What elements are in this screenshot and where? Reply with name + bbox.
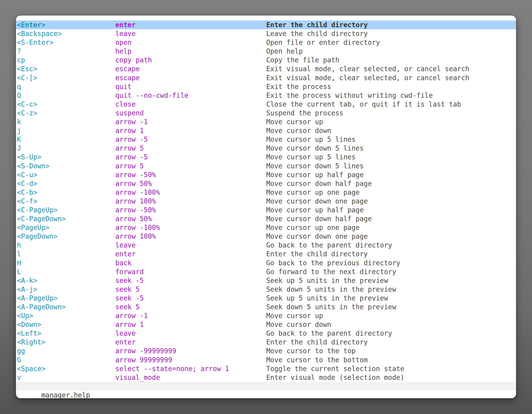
keybind-command: leave [115,329,135,338]
keybind-row[interactable]: cpcopy pathCopy the file path [16,56,516,64]
keybind-row[interactable]: karrow -1Move cursor up [16,117,516,126]
keybind-key: <PageDown> [17,232,58,241]
keybind-row[interactable]: <A-j>seek 5Seek down 5 units in the prev… [16,285,516,294]
keybind-description: Move cursor up [266,311,323,320]
keybind-row[interactable]: <S-Enter>openOpen file or enter director… [16,38,516,47]
keybind-row[interactable]: <PageUp>arrow -100%Move cursor up one pa… [16,223,516,232]
keybind-row[interactable]: hleaveGo back to the parent directory [16,241,516,250]
keybind-key: <Esc> [17,64,37,73]
keybind-key: k [17,117,21,126]
keybind-key: l [17,250,21,258]
keybind-key: <Backspace> [17,29,62,38]
keybind-description: Enter the child directory [266,338,368,347]
keybind-row[interactable]: Garrow 99999999Move cursor to the bottom [16,356,516,364]
keybind-command: arrow 50% [115,179,152,188]
keybind-row[interactable]: <C-z>suspendSuspend the process [16,109,516,117]
keybind-description: Seek down 5 units in the preview [266,285,396,294]
keybind-row[interactable]: <C-PageDown>arrow 50%Move cursor down ha… [16,214,516,223]
keybind-description: Go back to the parent directory [266,329,392,338]
keybind-row[interactable]: lenterEnter the child directory [16,250,516,258]
keybind-key: K [17,135,21,144]
keybind-command: back [115,259,132,267]
keybind-row[interactable]: <Up>arrow -1Move cursor up [16,311,516,320]
keybind-key: <PageUp> [17,223,49,232]
keybind-description: Exit the process [266,82,331,91]
keybind-description: Leave the child directory [266,29,368,38]
keybind-row[interactable]: HbackGo back to the previous directory [16,259,516,267]
keybind-row[interactable]: <Backspace>leaveLeave the child director… [16,29,516,38]
keybind-row[interactable]: <C-b>arrow -100%Move cursor up one page [16,188,516,197]
keybind-row[interactable]: <A-k>seek -5Seek up 5 units in the previ… [16,276,516,285]
keybind-key: <A-j> [17,285,37,294]
keybind-key: <A-PageUp> [17,294,58,303]
keybind-row[interactable]: ggarrow -99999999Move cursor to the top [16,347,516,355]
keybind-row[interactable]: LforwardGo forward to the next directory [16,267,516,276]
keybind-row[interactable]: <Enter>enterEnter the child directory [16,20,516,29]
keybind-key: L [17,267,21,276]
keybind-command: seek -5 [115,294,144,303]
keybind-row[interactable]: jarrow 1Move cursor down [16,126,516,135]
keybind-key: h [17,241,21,250]
status-bar: manager.help [16,382,516,391]
keybind-command: seek 5 [115,285,140,294]
keybind-row[interactable]: <C-PageUp>arrow -50%Move cursor up half … [16,206,516,214]
keybind-row[interactable]: Qquit --no-cwd-fileExit the process with… [16,91,516,100]
keybind-key: v [17,373,21,382]
keybind-row[interactable]: <S-Down>arrow 5Move cursor down 5 lines [16,162,516,170]
keybind-command: arrow 1 [115,126,144,135]
keybind-row[interactable]: <A-PageDown>seek 5Seek down 5 units in t… [16,303,516,311]
status-layer-label: manager.help [41,391,90,398]
keybind-description: Move cursor up one page [266,188,360,197]
keybind-row[interactable]: <A-PageUp>seek -5Seek up 5 units in the … [16,294,516,303]
keybind-description: Go back to the parent directory [266,241,392,250]
keybind-row[interactable]: vvisual_modeEnter visual mode (selection… [16,373,516,382]
keybind-row[interactable]: <Right>enterEnter the child directory [16,338,516,347]
keybind-row[interactable]: <Down>arrow 1Move cursor down [16,320,516,329]
keybind-key: Q [17,91,21,100]
keybind-row[interactable]: ?helpOpen help [16,47,516,56]
keybind-key: <C-[> [17,73,37,82]
keybind-command: close [115,100,135,109]
keybind-row[interactable]: <S-Up>arrow -5Move cursor up 5 lines [16,153,516,161]
keybind-description: Open file or enter directory [266,38,380,47]
keybind-key: <Left> [17,329,41,338]
keybind-command: arrow -50% [115,170,156,179]
keybind-row[interactable]: <C-f>arrow 100%Move cursor down one page [16,197,516,206]
keybind-command: arrow -50% [115,206,156,214]
keybind-command: help [115,47,132,56]
keybind-row[interactable]: <Space>select --state=none; arrow 1Toggl… [16,364,516,373]
keybind-description: Seek up 5 units in the preview [266,294,388,303]
keybind-row[interactable]: <C-c>closeClose the current tab, or quit… [16,100,516,109]
keybind-key: <Space> [17,364,45,373]
keybind-command: arrow -1 [115,311,148,320]
keybind-row[interactable]: qquitExit the process [16,82,516,91]
keybind-description: Suspend the process [266,109,343,117]
keybind-row[interactable]: <C-d>arrow 50%Move cursor down half page [16,179,516,188]
keybind-row[interactable]: <C-u>arrow -50%Move cursor up half page [16,170,516,179]
keybind-row[interactable]: <Esc>escapeExit visual mode, clear selec… [16,64,516,73]
keybind-row[interactable]: Jarrow 5Move cursor down 5 lines [16,144,516,153]
keybind-key: <Right> [17,338,45,347]
keybind-description: Seek up 5 units in the preview [266,276,388,285]
keybind-row[interactable]: <PageDown>arrow 100%Move cursor down one… [16,232,516,241]
keybind-key: <Up> [17,311,33,320]
keybind-description: Enter the child directory [266,20,368,29]
keybind-description: Enter visual mode (selection mode) [266,373,404,382]
keybind-description: Exit visual mode, clear selected, or can… [266,64,469,73]
keybind-key: gg [17,347,25,355]
keybind-description: Move cursor up 5 lines [266,153,356,161]
keybind-row[interactable]: Karrow -5Move cursor up 5 lines [16,135,516,144]
keybind-command: forward [115,267,144,276]
keybind-command: arrow 100% [115,197,156,206]
keybind-command: arrow -5 [115,135,148,144]
keybind-description: Exit the process without writing cwd-fil… [266,91,433,100]
keybind-key: <C-u> [17,170,37,179]
keybind-row[interactable]: <C-[>escapeExit visual mode, clear selec… [16,73,516,82]
keybind-description: Move cursor up 5 lines [266,135,356,144]
keybind-command: quit [115,82,132,91]
keybind-key: <S-Down> [17,162,49,170]
keybind-command: enter [115,20,135,29]
keybind-row[interactable]: <Left>leaveGo back to the parent directo… [16,329,516,338]
keybind-key: <C-d> [17,179,37,188]
keybind-command: arrow 100% [115,232,156,241]
